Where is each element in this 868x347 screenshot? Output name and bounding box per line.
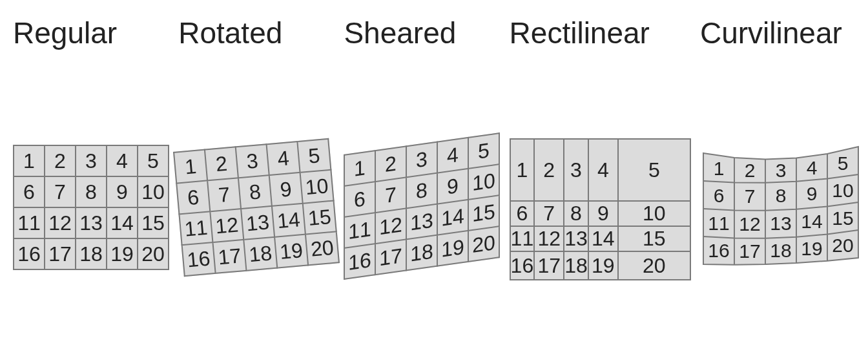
cell: 19 (437, 231, 468, 266)
cell: 15 (832, 207, 853, 229)
cell: 9 (807, 183, 818, 204)
cell: 18 (406, 235, 437, 271)
cell: 17 (739, 240, 760, 262)
cell: 16 (344, 244, 375, 279)
cell: 13 (770, 213, 791, 234)
cell: 3 (776, 160, 787, 181)
cell: 4 (807, 157, 818, 178)
cell: 9 (588, 201, 618, 226)
cell: 2 (534, 139, 564, 201)
cell: 19 (588, 251, 618, 280)
title-rectilinear: Rectilinear (510, 18, 650, 48)
cell: 5 (138, 145, 169, 176)
cell: 7 (45, 176, 76, 207)
cell: 1 (714, 158, 725, 179)
cell: 9 (107, 176, 138, 207)
cell: 11 (344, 213, 375, 248)
cell: 18 (243, 237, 277, 271)
cell: 6 (344, 182, 375, 217)
cell: 8 (406, 173, 437, 209)
cell: 20 (305, 231, 339, 265)
cell: 6 (510, 201, 535, 226)
cell: 14 (107, 207, 138, 238)
cell: 12 (210, 209, 243, 242)
cell: 12 (375, 208, 406, 244)
cell: 15 (618, 226, 690, 251)
cell: 4 (588, 139, 618, 201)
cell: 16 (708, 240, 729, 261)
cell: 18 (76, 238, 107, 269)
cell: 17 (375, 239, 406, 275)
cell: 14 (588, 226, 618, 251)
title-regular: Regular (13, 18, 117, 48)
cell: 10 (138, 176, 169, 207)
cell: 4 (107, 145, 138, 176)
cell: 2 (45, 145, 76, 176)
title-sheared: Sheared (344, 18, 456, 48)
grid-regular: 1 2 3 4 5 6 7 8 9 10 11 12 13 14 (13, 145, 169, 270)
cell: 16 (14, 238, 45, 269)
cell: 3 (236, 144, 269, 178)
cell: 1 (344, 151, 375, 186)
cell: 13 (241, 206, 274, 240)
cell: 11 (180, 211, 213, 245)
cell: 14 (437, 200, 468, 235)
cell: 13 (406, 204, 437, 240)
cell: 19 (274, 235, 308, 268)
cell: 14 (801, 211, 822, 232)
cell: 1 (14, 145, 45, 176)
cell: 20 (618, 251, 690, 280)
cell: 15 (468, 195, 499, 231)
grid-rotated: 1 2 3 4 5 6 7 8 9 10 11 12 13 14 (173, 138, 340, 277)
cell: 17 (534, 251, 564, 280)
cell: 6 (714, 185, 725, 206)
cell: 11 (510, 226, 535, 251)
cell: 16 (510, 251, 535, 280)
cell: 2 (745, 160, 756, 181)
cell: 15 (138, 207, 169, 238)
cell: 3 (564, 139, 588, 201)
cell: 10 (468, 164, 499, 200)
cell: 5 (618, 139, 690, 201)
cell: 10 (832, 180, 853, 201)
cell: 20 (138, 238, 169, 269)
cell: 17 (45, 238, 76, 269)
cell: 18 (770, 240, 791, 261)
cell: 10 (618, 201, 690, 226)
cell: 8 (564, 201, 588, 226)
cell: 8 (238, 175, 272, 209)
cell: 8 (776, 185, 787, 206)
cell: 7 (534, 201, 564, 226)
cell: 13 (76, 207, 107, 238)
grid-sheared: 1 2 3 4 5 6 7 8 9 10 11 12 13 14 (344, 132, 500, 280)
cell: 5 (838, 152, 849, 174)
cell: 15 (303, 201, 336, 235)
cell: 6 (176, 180, 210, 214)
title-curvilinear: Curvilinear (700, 18, 842, 48)
cell: 11 (708, 213, 729, 234)
cell: 1 (174, 150, 207, 184)
cell: 7 (745, 185, 756, 207)
cell: 13 (564, 226, 588, 251)
cell: 9 (437, 169, 468, 204)
cell: 14 (272, 204, 305, 237)
cell: 2 (375, 146, 406, 182)
cell: 5 (468, 133, 499, 169)
cell: 20 (832, 235, 853, 256)
cell: 18 (564, 251, 588, 280)
cell: 7 (207, 178, 241, 211)
cell: 3 (76, 145, 107, 176)
cell: 9 (269, 173, 303, 206)
cell: 12 (534, 226, 564, 251)
cell: 17 (213, 240, 247, 273)
cell: 12 (739, 213, 760, 235)
cell: 1 (510, 139, 535, 201)
grid-curvilinear: 1234567891011121314151617181920 (700, 143, 862, 273)
cell: 12 (45, 207, 76, 238)
cell: 3 (406, 142, 437, 178)
cell: 20 (468, 226, 499, 262)
grid-rectilinear: 1 2 3 4 5 6 7 8 9 10 11 12 13 14 (510, 138, 691, 280)
cell: 6 (14, 176, 45, 207)
cell: 2 (205, 147, 238, 180)
cell: 19 (801, 238, 822, 259)
